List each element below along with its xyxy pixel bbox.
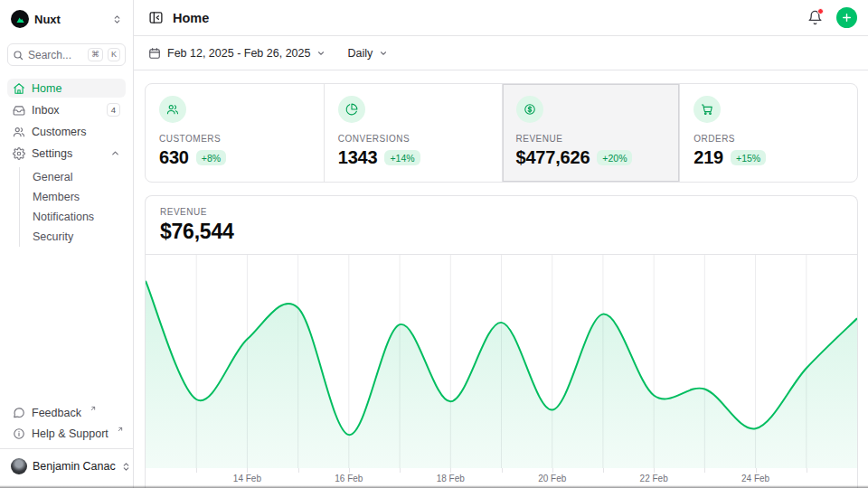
revenue-chart-card: REVENUE $76,544 14 Feb16 Feb18 Feb20 Feb… bbox=[145, 195, 858, 488]
stat-delta-badge: +14% bbox=[384, 150, 420, 165]
x-axis-tick bbox=[756, 468, 757, 473]
x-axis-tick bbox=[603, 468, 604, 473]
date-range-picker[interactable]: Feb 12, 2025 - Feb 26, 2025 bbox=[148, 47, 326, 60]
sidebar-item-label: Feedback bbox=[32, 407, 81, 419]
notification-dot bbox=[817, 8, 824, 14]
user-name: Benjamin Canac bbox=[33, 460, 116, 473]
stat-value: 219 bbox=[693, 147, 723, 168]
topbar-actions bbox=[807, 7, 857, 28]
stat-delta-badge: +20% bbox=[597, 150, 632, 165]
sidebar-spacer bbox=[7, 249, 126, 390]
x-axis-label: 14 Feb bbox=[233, 474, 261, 483]
revenue-chart-header: REVENUE $76,544 bbox=[146, 196, 857, 255]
app-window: Nuxt Search... ⌘ K HomeInbox4CustomersSe… bbox=[0, 0, 868, 488]
x-axis-tick bbox=[654, 468, 655, 473]
x-axis-label: 24 Feb bbox=[741, 474, 769, 483]
stat-label: CUSTOMERS bbox=[159, 134, 310, 144]
date-range-value: Feb 12, 2025 - Feb 26, 2025 bbox=[167, 47, 310, 60]
search-input[interactable]: Search... ⌘ K bbox=[7, 43, 126, 66]
revenue-chart-plot bbox=[146, 255, 857, 468]
stat-card-revenue[interactable]: REVENUE$477,626+20% bbox=[502, 84, 680, 182]
users-icon bbox=[13, 126, 25, 138]
page-title: Home bbox=[173, 11, 209, 25]
users-icon bbox=[159, 96, 186, 123]
sidebar-item-label: Help & Support bbox=[32, 427, 108, 440]
inbox-count-badge: 4 bbox=[107, 103, 120, 117]
sidebar-item-general[interactable]: General bbox=[20, 167, 126, 187]
cart-icon bbox=[693, 96, 721, 123]
sidebar-user-section: Benjamin Canac bbox=[0, 448, 133, 481]
granularity-value: Daily bbox=[347, 47, 373, 60]
chat-bubble-icon bbox=[13, 407, 25, 419]
main-area: Home Feb 12, 2025 - Feb 26, 2025 bbox=[134, 0, 868, 488]
notifications-bell-icon[interactable] bbox=[807, 10, 823, 25]
x-axis-tick bbox=[196, 468, 197, 473]
sidebar-item-help-support[interactable]: Help & Support bbox=[7, 424, 126, 443]
filter-bar: Feb 12, 2025 - Feb 26, 2025 Daily bbox=[134, 36, 868, 70]
x-axis-tick bbox=[704, 468, 705, 473]
user-menu-button[interactable]: Benjamin Canac bbox=[7, 455, 126, 477]
info-circle-icon bbox=[13, 427, 25, 440]
add-button[interactable] bbox=[836, 7, 857, 28]
nuxt-logo-icon bbox=[11, 10, 29, 28]
workspace-switcher[interactable]: Nuxt bbox=[7, 7, 126, 31]
x-axis-tick bbox=[400, 468, 401, 473]
stat-label: CONVERSIONS bbox=[338, 134, 488, 144]
x-axis-tick bbox=[349, 468, 350, 473]
user-avatar bbox=[11, 458, 27, 474]
chevrons-up-down-icon bbox=[112, 14, 122, 24]
home-icon bbox=[13, 82, 25, 95]
revenue-chart-label: REVENUE bbox=[160, 207, 843, 217]
sidebar-collapse-icon[interactable] bbox=[148, 10, 164, 25]
sidebar-subnav-settings: GeneralMembersNotificationsSecurity bbox=[19, 167, 126, 247]
inbox-icon bbox=[13, 104, 25, 117]
stat-value: 1343 bbox=[338, 147, 378, 168]
revenue-area-chart bbox=[146, 255, 857, 468]
sidebar-item-inbox[interactable]: Inbox4 bbox=[7, 100, 126, 119]
x-axis-tick bbox=[450, 468, 451, 473]
sidebar-item-label: Settings bbox=[32, 147, 104, 160]
arrow-up-right-icon bbox=[90, 403, 97, 416]
x-axis-tick bbox=[552, 468, 553, 473]
sidebar-item-home[interactable]: Home bbox=[7, 79, 126, 98]
chevron-down-icon bbox=[379, 49, 388, 58]
sidebar-item-label: Home bbox=[32, 82, 120, 95]
sidebar-item-customers[interactable]: Customers bbox=[7, 122, 126, 141]
stat-card-conversions[interactable]: CONVERSIONS1343+14% bbox=[324, 84, 502, 182]
search-placeholder: Search... bbox=[28, 49, 83, 61]
search-icon bbox=[13, 50, 24, 61]
x-axis-tick bbox=[502, 468, 503, 473]
sidebar-nav: HomeInbox4CustomersSettingsGeneralMember… bbox=[7, 79, 126, 249]
x-axis-label: 16 Feb bbox=[335, 474, 363, 483]
workspace-name: Nuxt bbox=[34, 13, 107, 26]
chevron-up-icon bbox=[110, 148, 120, 158]
stat-card-orders[interactable]: ORDERS219+15% bbox=[679, 84, 857, 182]
sidebar-item-notifications[interactable]: Notifications bbox=[20, 207, 126, 227]
stat-card-customers[interactable]: CUSTOMERS630+8% bbox=[146, 84, 324, 182]
stat-value: 630 bbox=[159, 147, 189, 168]
x-axis-label: 20 Feb bbox=[538, 474, 566, 483]
sidebar-item-security[interactable]: Security bbox=[20, 227, 126, 247]
granularity-select[interactable]: Daily bbox=[347, 47, 388, 60]
stat-value: $477,626 bbox=[516, 147, 590, 168]
arrow-up-right-icon bbox=[117, 424, 124, 436]
sidebar-item-members[interactable]: Members bbox=[20, 187, 126, 207]
x-axis-tick bbox=[807, 468, 807, 473]
kbd-k: K bbox=[108, 48, 120, 61]
stats-row: CUSTOMERS630+8%CONVERSIONS1343+14%REVENU… bbox=[145, 83, 858, 183]
revenue-chart-value: $76,544 bbox=[160, 220, 843, 244]
chart-x-axis: 14 Feb16 Feb18 Feb20 Feb22 Feb24 Feb bbox=[146, 468, 857, 488]
sidebar-item-settings[interactable]: Settings bbox=[7, 144, 126, 163]
sidebar-item-feedback[interactable]: Feedback bbox=[7, 403, 126, 422]
x-axis-tick bbox=[247, 468, 248, 473]
top-bar: Home bbox=[134, 0, 868, 36]
pie-chart-icon bbox=[338, 96, 365, 123]
chevron-down-icon bbox=[316, 49, 326, 58]
calendar-icon bbox=[148, 47, 161, 60]
x-axis-label: 18 Feb bbox=[437, 474, 465, 483]
stat-delta-badge: +8% bbox=[196, 150, 226, 165]
dollar-circle-icon bbox=[516, 96, 543, 123]
sidebar-item-label: Inbox bbox=[32, 104, 100, 117]
sidebar-item-label: Customers bbox=[32, 126, 120, 138]
page-content: CUSTOMERS630+8%CONVERSIONS1343+14%REVENU… bbox=[134, 70, 868, 488]
